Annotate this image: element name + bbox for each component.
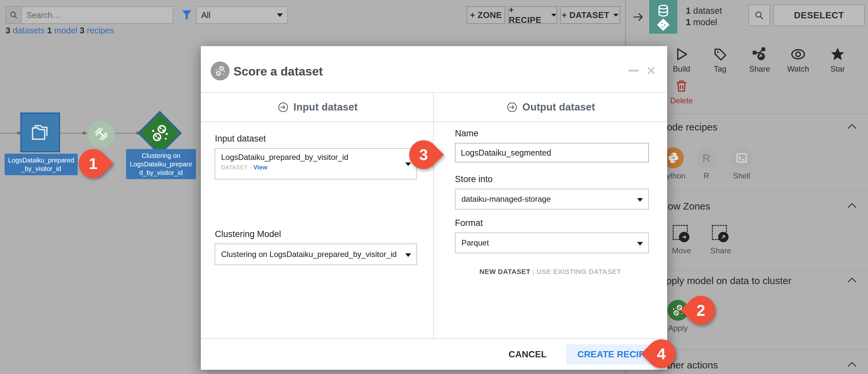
modal-column-headers: Input dataset Output dataset — [201, 92, 667, 122]
name-label: Name — [455, 128, 478, 139]
section-title-apply-model: Apply model on data to cluster — [660, 275, 792, 286]
minimize-icon[interactable] — [629, 69, 639, 71]
model-link[interactable]: model — [54, 26, 78, 35]
store-into-value: dataiku-managed-storage — [456, 195, 551, 204]
cancel-button[interactable]: CANCEL — [502, 345, 553, 364]
recipes-count: 3 — [80, 26, 84, 35]
input-dataset-value: LogsDataiku_prepared_by_visitor_id — [215, 149, 416, 162]
selected-model-label: model — [693, 17, 717, 27]
star-icon — [830, 47, 845, 62]
delete-label: Delete — [670, 96, 693, 105]
modal-footer: CANCEL CREATE RECIPE — [201, 338, 667, 370]
add-dataset-button[interactable]: + DATASET — [560, 6, 620, 24]
step-3-marker: 3 — [409, 140, 438, 169]
edge-endpoint-dot — [83, 132, 86, 135]
shell-recipe-label: Shell — [722, 171, 761, 180]
section-title-code-recipes: Code recipes — [660, 122, 717, 133]
action-star[interactable]: Star — [816, 47, 859, 74]
selection-summary: 1 dataset 1 model — [686, 5, 722, 28]
modal-column-divider — [433, 92, 434, 338]
recipes-link[interactable]: recipes — [87, 26, 114, 35]
collapse-panel-arrow-icon[interactable] — [631, 10, 646, 25]
input-dataset-header: Input dataset — [201, 93, 434, 122]
format-label: Format — [455, 218, 483, 228]
action-share[interactable]: Share — [738, 47, 781, 74]
shell-recipe-icon[interactable] — [731, 147, 752, 168]
selection-type-icon — [649, 0, 677, 34]
collapse-chevron-icon[interactable] — [847, 123, 857, 130]
output-name-input[interactable] — [455, 143, 649, 163]
add-zone-button[interactable]: + ZONE — [467, 6, 505, 24]
selected-model-count: 1 — [686, 17, 691, 27]
sidebar-search-button[interactable] — [748, 5, 770, 26]
chevron-down-icon — [613, 14, 619, 17]
output-arrow-icon — [506, 102, 518, 113]
store-into-label: Store into — [455, 174, 493, 184]
format-select[interactable]: Parquet — [455, 232, 649, 253]
dataset-node[interactable] — [20, 112, 60, 152]
flow-summary: 3 datasets 1 model 3 recipes — [5, 26, 114, 36]
output-dataset-header: Output dataset — [434, 93, 667, 122]
build-label: Build — [673, 64, 690, 74]
clustering-model-node[interactable] — [137, 111, 182, 155]
add-dataset-label: + DATASET — [562, 10, 609, 20]
filter-icon[interactable] — [181, 9, 193, 23]
format-value: Parquet — [456, 238, 489, 248]
share-to-zone-icon[interactable] — [712, 225, 727, 240]
add-recipe-label: + RECIPE — [509, 5, 547, 25]
collapse-chevron-icon[interactable] — [847, 362, 857, 368]
store-into-select[interactable]: dataiku-managed-storage — [455, 189, 649, 209]
collapse-chevron-icon[interactable] — [847, 203, 857, 208]
dataset-mode-switcher: NEW DATASET | USE EXISTING DATASET — [433, 268, 667, 276]
filter-type-dropdown[interactable]: All — [196, 6, 288, 24]
clustering-node-label[interactable]: Clustering on LogsDataiku_prepared_by_vi… — [126, 149, 196, 179]
clustering-model-value: Clustering on LogsDataiku_prepared_by_vi… — [215, 250, 411, 259]
deselect-button[interactable]: DESELECT — [773, 5, 865, 26]
add-recipe-button[interactable]: + RECIPE — [508, 6, 557, 24]
collapse-chevron-icon[interactable] — [847, 277, 857, 283]
view-dataset-link[interactable]: View — [253, 164, 268, 171]
edge-endpoint-dot — [17, 132, 20, 135]
star-label: Star — [831, 64, 845, 74]
watch-label: Watch — [787, 64, 809, 74]
chevron-down-icon — [637, 242, 643, 246]
step-2-marker: 2 — [686, 296, 715, 325]
chevron-down-icon — [277, 13, 283, 17]
train-recipe-node[interactable] — [88, 121, 115, 147]
search-input[interactable] — [22, 7, 173, 23]
datasets-link[interactable]: datasets — [13, 26, 45, 35]
close-icon[interactable] — [646, 65, 657, 78]
action-watch[interactable]: Watch — [777, 47, 819, 74]
model-count: 1 — [47, 26, 52, 35]
move-to-zone-icon[interactable] — [673, 225, 688, 240]
input-dataset-label: Input dataset — [215, 134, 266, 144]
tag-icon — [713, 47, 727, 62]
chevron-down-icon — [405, 253, 411, 257]
clustering-model-select[interactable]: Clustering on LogsDataiku_prepared_by_vi… — [215, 243, 417, 265]
flow-screen: All 3 datasets 1 model 3 recipes + ZONE … — [0, 0, 868, 374]
datasets-count: 3 — [5, 26, 10, 35]
flow-search-box[interactable] — [5, 6, 174, 24]
r-recipe-icon[interactable]: R — [696, 147, 717, 168]
selected-dataset-count: 1 — [686, 6, 691, 16]
chevron-down-icon — [551, 14, 556, 17]
tag-label: Tag — [714, 64, 726, 74]
section-title-flow-zones: Flow Zones — [660, 201, 710, 212]
add-zone-label: + ZONE — [470, 10, 502, 20]
score-recipe-icon — [211, 61, 229, 80]
action-tag[interactable]: Tag — [699, 47, 741, 74]
build-icon — [674, 47, 689, 62]
deselect-label: DESELECT — [794, 10, 844, 21]
trash-icon — [674, 79, 689, 93]
modal-title: Score a dataset — [234, 65, 323, 79]
input-dataset-type: DATASET — [221, 165, 248, 171]
use-existing-dataset-tab[interactable]: USE EXISTING DATASET — [536, 268, 621, 275]
new-dataset-tab[interactable]: NEW DATASET — [479, 268, 530, 275]
step-1-marker: 1 — [79, 149, 107, 178]
filter-type-value: All — [196, 10, 277, 20]
cluster-icon — [149, 123, 170, 144]
input-dataset-select[interactable]: LogsDataiku_prepared_by_visitor_id DATAS… — [215, 148, 417, 179]
input-arrow-icon — [277, 102, 289, 113]
chevron-down-icon — [637, 198, 643, 202]
dataset-node-label[interactable]: LogsDataiku_prepared_by_visitor_id — [5, 154, 78, 175]
